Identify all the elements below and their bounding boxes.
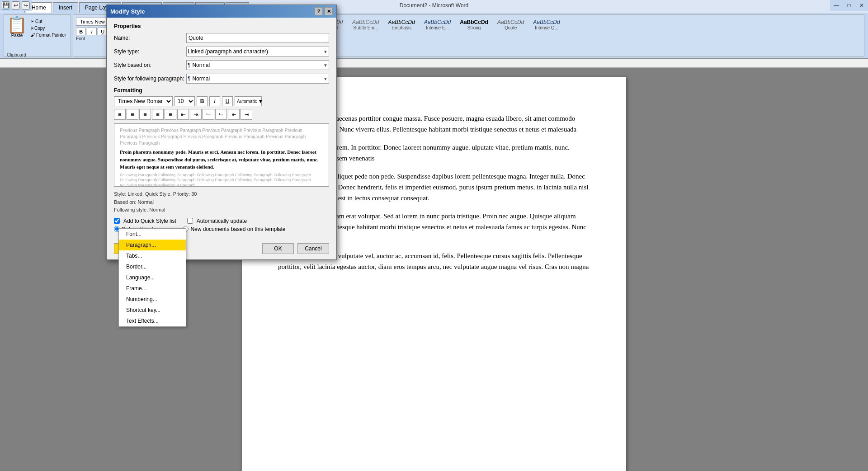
list-number-button[interactable]: ≔: [215, 109, 227, 120]
style-subtle-em[interactable]: AaBbCcDd Subtle Em...: [349, 18, 382, 33]
dialog-title-buttons: ? ✕: [315, 7, 333, 15]
close-button[interactable]: ✕: [855, 0, 868, 11]
format-italic-button[interactable]: I: [209, 96, 220, 106]
format-dropdown-menu: Font... Paragraph... Tabs... Border... L…: [118, 228, 186, 327]
decrease-indent2-button[interactable]: ⇤: [228, 109, 240, 120]
preview-box: Previous Paragraph Previous Paragraph Pr…: [114, 123, 329, 187]
name-row: Name:: [114, 33, 329, 43]
style-type-arrow: ▼: [323, 49, 328, 54]
format-menu-tabs[interactable]: Tabs...: [119, 250, 186, 261]
word-app: Document2 - Microsoft Word — □ ✕ 💾 ↩ ↪ F…: [0, 0, 868, 471]
style-based-arrow: ▼: [323, 63, 328, 68]
dialog-body: Properties Name: Style type: Linked (par…: [107, 18, 336, 241]
format-menu-shortcut[interactable]: Shortcut key...: [119, 305, 186, 316]
style-quote[interactable]: AaBbCcDd Quote: [494, 18, 527, 33]
format-size-select[interactable]: 10: [175, 96, 195, 106]
dialog-help-button[interactable]: ?: [315, 7, 323, 15]
format-underline-button[interactable]: U: [222, 96, 233, 106]
color-dropdown-arrow: ▼: [258, 98, 263, 104]
indent-decrease-button[interactable]: ⇤: [177, 109, 189, 120]
style-intense-em[interactable]: AaBbCcDd Intense E...: [421, 18, 454, 33]
format-painter-button[interactable]: 🖌 Format Painter: [29, 32, 68, 38]
dialog-titlebar: Modify Style ? ✕: [107, 5, 336, 18]
preview-before-text: Previous Paragraph Previous Paragraph Pr…: [120, 127, 323, 146]
minimize-button[interactable]: —: [830, 0, 843, 11]
name-input[interactable]: [186, 33, 329, 43]
cut-icon: ✂: [31, 19, 34, 24]
style-type-select[interactable]: Linked (paragraph and character) ▼: [186, 47, 329, 57]
paste-label: Paste: [11, 33, 23, 38]
format-font-select[interactable]: Times New Roman: [114, 96, 173, 106]
indent-increase-button[interactable]: ⇥: [190, 109, 202, 120]
format-painter-icon: 🖌: [31, 33, 35, 38]
format-menu-text-effects[interactable]: Text Effects...: [119, 316, 186, 326]
increase-indent2-button[interactable]: ⇥: [241, 109, 252, 120]
dialog-title: Modify Style: [110, 8, 145, 15]
add-to-quick-style-checkbox[interactable]: [114, 218, 120, 224]
format-menu-numbering[interactable]: Numbering...: [119, 294, 186, 305]
align-center-button[interactable]: ≡: [127, 109, 138, 120]
align-left-button[interactable]: ≡: [114, 109, 126, 120]
quick-access-toolbar: 💾 ↩ ↪: [0, 0, 32, 11]
style-based-select[interactable]: ¶ Normal ▼: [186, 60, 329, 70]
window-title-bar: Document2 - Microsoft Word: [400, 0, 469, 11]
alignment-controls: ≡ ≡ ≡ ≡ ≡ ⇤ ⇥ ≔ ≔ ⇤ ⇥: [114, 109, 329, 120]
clipboard-group: 📋 Paste ✂ Cut ⎘ Copy 🖌 Format Painter: [4, 14, 71, 57]
format-bold-button[interactable]: B: [197, 96, 208, 106]
cut-button[interactable]: ✂ Cut: [29, 19, 68, 24]
style-based-label: Style based on:: [114, 62, 186, 68]
redo-qat-button[interactable]: ↪: [22, 1, 30, 9]
radio-new-docs-label[interactable]: New documents based on this template: [183, 226, 285, 232]
style-info: Style: Linked, Quick Style, Priority: 30…: [114, 190, 329, 214]
copy-icon: ⎘: [31, 26, 33, 31]
undo-qat-button[interactable]: ↩: [12, 1, 20, 9]
tab-insert[interactable]: Insert: [53, 2, 78, 13]
italic-button[interactable]: I: [87, 28, 97, 35]
style-following-label: Style for following paragraph:: [114, 75, 186, 82]
format-menu-border[interactable]: Border...: [119, 261, 186, 272]
checkbox-row: Add to Quick Style list Automatically up…: [114, 218, 329, 224]
formatting-label: Formatting: [114, 87, 329, 94]
style-based-icon: ¶: [188, 62, 190, 68]
bold-button[interactable]: B: [76, 28, 86, 35]
style-following-select[interactable]: ¶ Normal ▼: [186, 74, 329, 84]
save-qat-button[interactable]: 💾: [2, 1, 10, 9]
cancel-button[interactable]: Cancel: [297, 243, 329, 254]
align-justify-button[interactable]: ≡: [152, 109, 164, 120]
modify-style-dialog: Modify Style ? ✕ Properties Name: Style …: [106, 5, 337, 260]
add-quick-label[interactable]: Add to Quick Style list: [123, 218, 176, 224]
format-menu-font[interactable]: Font...: [119, 229, 186, 240]
font-color-label: Automatic: [237, 99, 257, 104]
style-info-line2: Based on: Normal: [114, 198, 329, 207]
format-color-button[interactable]: Automatic ▼: [235, 96, 262, 106]
style-following-icon: ¶: [188, 75, 190, 82]
copy-button[interactable]: ⎘ Copy: [29, 25, 68, 31]
window-title: Document2 - Microsoft Word: [400, 2, 469, 9]
format-menu-paragraph[interactable]: Paragraph...: [119, 240, 186, 250]
ok-cancel-buttons: OK Cancel: [262, 243, 329, 254]
format-controls: Times New Roman 10 B I U Automatic ▼: [114, 96, 329, 106]
window-controls: — □ ✕: [830, 0, 868, 11]
preview-after-text: Following Paragraph Following Paragraph …: [120, 173, 323, 187]
auto-update-checkbox[interactable]: [187, 218, 193, 224]
paste-button[interactable]: 📋 Paste: [7, 17, 27, 38]
style-intense-q[interactable]: AaBbCcDd Intense Q...: [530, 18, 563, 33]
style-info-line1: Style: Linked, Quick Style, Priority: 30: [114, 190, 329, 198]
style-strong[interactable]: AaBbCcDd Strong: [457, 18, 491, 33]
align-right-button[interactable]: ≡: [139, 109, 151, 120]
style-type-label: Style type:: [114, 48, 186, 55]
style-info-line3: Following style: Normal: [114, 206, 329, 214]
auto-update-label[interactable]: Automatically update: [197, 218, 247, 224]
line-spacing-button[interactable]: ≡: [165, 109, 176, 120]
list-bullet-button[interactable]: ≔: [203, 109, 214, 120]
format-menu-frame[interactable]: Frame...: [119, 283, 186, 294]
name-label: Name:: [114, 35, 186, 41]
format-menu-language[interactable]: Language...: [119, 272, 186, 283]
style-following-arrow: ▼: [323, 76, 328, 81]
style-type-row: Style type: Linked (paragraph and charac…: [114, 47, 329, 57]
ok-button[interactable]: OK: [262, 243, 294, 254]
dialog-close-button[interactable]: ✕: [325, 7, 333, 15]
style-emphasis[interactable]: AaBbCcDd Emphasis: [385, 18, 418, 33]
maximize-button[interactable]: □: [843, 0, 855, 11]
style-following-row: Style for following paragraph: ¶ Normal …: [114, 74, 329, 84]
